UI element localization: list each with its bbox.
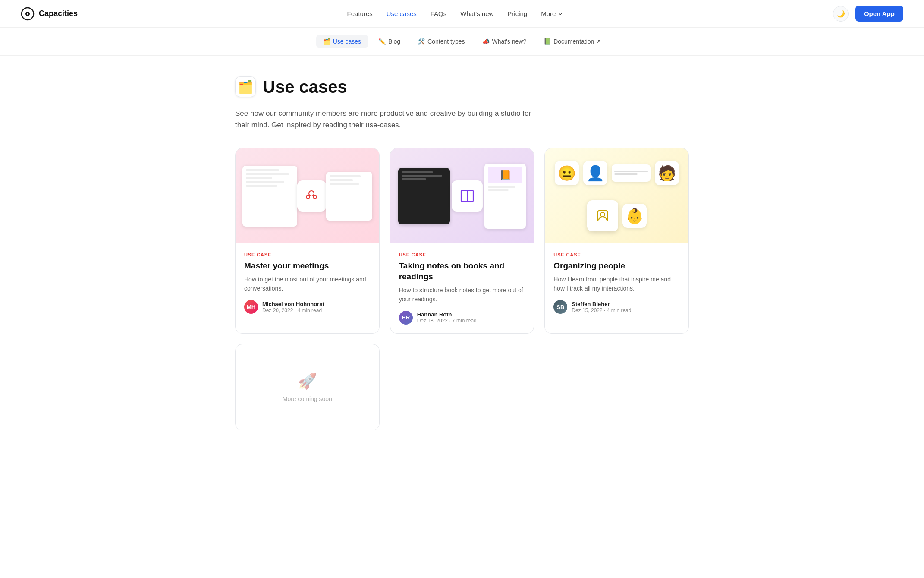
card-image-people: 😐 👤 🧑 👶 (545, 148, 688, 243)
author-avatar-1: MH (244, 300, 258, 314)
card-image-books-content: 📙 (390, 148, 534, 243)
open-app-button[interactable]: Open App (855, 6, 903, 22)
subnav-use-cases[interactable]: 🗂️ Use cases (316, 35, 368, 48)
subnav-content-types-label: Content types (427, 38, 465, 45)
author-avatar-2: HR (399, 311, 413, 325)
card-image-meetings (236, 148, 379, 243)
brand-logo-icon (21, 7, 35, 21)
subnav-whats-new[interactable]: 📣 What's new? (475, 35, 534, 48)
card-desc-3: How I learn from people that inspire me … (553, 275, 680, 293)
nav-use-cases[interactable]: Use cases (387, 10, 417, 17)
subnav-whats-new-label: What's new? (492, 38, 527, 45)
theme-toggle-button[interactable]: 🌙 (833, 6, 849, 22)
subnav-use-cases-emoji: 🗂️ (323, 38, 330, 45)
page-icon-emoji: 🗂️ (238, 80, 253, 94)
nav-pricing[interactable]: Pricing (507, 10, 527, 17)
author-name-1: Michael von Hohnhorst (262, 301, 324, 307)
subnav-blog-label: Blog (388, 38, 400, 45)
svg-point-4 (306, 195, 310, 199)
second-row: 🚀 More coming soon (235, 344, 689, 430)
chevron-down-icon (557, 11, 563, 17)
page-header: 🗂️ Use cases (235, 76, 689, 97)
coming-soon-card: 🚀 More coming soon (235, 344, 380, 430)
card-title-1: Master your meetings (244, 261, 371, 272)
author-info-1: Michael von Hohnhorst Dez 20, 2022 · 4 m… (262, 301, 324, 313)
author-name-3: Steffen Bleher (572, 301, 631, 307)
author-avatar-3: SB (553, 300, 567, 314)
card-author-3: SB Steffen Bleher Dez 15, 2022 · 4 min r… (553, 300, 680, 314)
card-master-meetings[interactable]: USE CASE Master your meetings How to get… (235, 148, 380, 333)
card-book-notes[interactable]: 📙 USE CASE Taking notes on books and rea… (390, 148, 534, 333)
author-meta-3: Dez 15, 2022 · 4 min read (572, 307, 631, 313)
subnav-documentation[interactable]: 📗 Documentation ↗ (537, 35, 608, 48)
navbar: Capacities Features Use cases FAQs What'… (0, 0, 924, 28)
subnav-content-types[interactable]: 🛠️ Content types (411, 35, 471, 48)
card-organizing-people[interactable]: 😐 👤 🧑 👶 (544, 148, 689, 333)
navbar-right: 🌙 Open App (833, 6, 903, 22)
nav-features[interactable]: Features (347, 10, 373, 17)
card-author-1: MH Michael von Hohnhorst Dez 20, 2022 · … (244, 300, 371, 314)
subnav-documentation-label: Documentation ↗ (553, 38, 601, 45)
author-info-3: Steffen Bleher Dez 15, 2022 · 4 min read (572, 301, 631, 313)
subnav-whats-new-emoji: 📣 (482, 38, 490, 45)
card-desc-2: How to structure book notes to get more … (399, 286, 525, 304)
nav-more-label: More (541, 10, 556, 17)
author-meta-2: Dez 18, 2022 · 7 min read (417, 318, 477, 324)
use-case-badge-2: USE CASE (399, 252, 525, 257)
author-info-2: Hannah Roth Dez 18, 2022 · 7 min read (417, 311, 477, 324)
subnav-blog[interactable]: ✏️ Blog (371, 35, 407, 48)
card-body-books: USE CASE Taking notes on books and readi… (390, 243, 534, 333)
rocket-icon: 🚀 (298, 372, 317, 390)
card-body-people: USE CASE Organizing people How I learn f… (545, 243, 688, 322)
card-body-meetings: USE CASE Master your meetings How to get… (236, 243, 379, 322)
page-title: Use cases (263, 77, 347, 97)
page-subtitle: See how our community members are more p… (235, 107, 537, 131)
card-author-2: HR Hannah Roth Dez 18, 2022 · 7 min read (399, 311, 525, 325)
nav-links: Features Use cases FAQs What's new Prici… (347, 10, 564, 17)
use-case-badge-3: USE CASE (553, 252, 680, 257)
moon-icon: 🌙 (836, 9, 845, 18)
card-desc-1: How to get the most out of your meetings… (244, 275, 371, 293)
svg-point-5 (313, 195, 317, 199)
brand-logo[interactable]: Capacities (21, 7, 78, 21)
coming-soon-label: More coming soon (283, 395, 332, 402)
page-header-icon: 🗂️ (235, 76, 256, 97)
card-image-content (236, 148, 379, 243)
svg-point-2 (27, 13, 28, 15)
cards-grid: USE CASE Master your meetings How to get… (235, 148, 689, 333)
svg-point-8 (600, 212, 605, 217)
use-case-badge-1: USE CASE (244, 252, 371, 257)
card-title-3: Organizing people (553, 261, 680, 272)
svg-point-3 (309, 191, 314, 196)
brand-name: Capacities (39, 9, 78, 18)
card-image-books: 📙 (390, 148, 534, 243)
nav-faqs[interactable]: FAQs (431, 10, 447, 17)
subnav-content-types-emoji: 🛠️ (418, 38, 425, 45)
subnav: 🗂️ Use cases ✏️ Blog 🛠️ Content types 📣 … (0, 28, 924, 56)
card-image-people-content: 😐 👤 🧑 👶 (545, 148, 688, 243)
author-meta-1: Dez 20, 2022 · 4 min read (262, 307, 324, 313)
subnav-documentation-emoji: 📗 (544, 38, 551, 45)
page-content: 🗂️ Use cases See how our community membe… (225, 56, 699, 465)
subnav-blog-emoji: ✏️ (378, 38, 386, 45)
nav-more-dropdown[interactable]: More (541, 10, 563, 17)
subnav-use-cases-label: Use cases (333, 38, 361, 45)
nav-whats-new[interactable]: What's new (460, 10, 493, 17)
card-title-2: Taking notes on books and readings (399, 261, 525, 282)
author-name-2: Hannah Roth (417, 311, 477, 318)
